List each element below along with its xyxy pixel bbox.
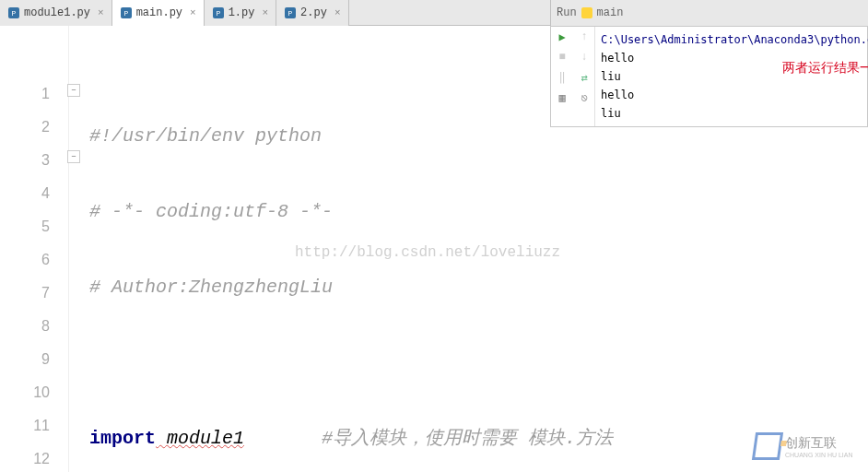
module-name: module1 <box>156 428 244 449</box>
fold-column: – – <box>69 26 84 472</box>
code-line: # Author:ZhengzhengLiu <box>89 277 333 298</box>
tab-module1[interactable]: P module1.py × <box>0 0 112 26</box>
svg-text:P: P <box>123 9 128 18</box>
output-line: liu <box>601 104 868 123</box>
run-panel-header: Run main <box>550 0 868 26</box>
output-line: hello <box>601 86 868 104</box>
keyword: import <box>89 428 156 449</box>
blog-watermark: http://blog.csdn.net/loveliuzz <box>295 244 560 261</box>
python-file-icon: P <box>212 6 225 19</box>
fold-icon[interactable]: – <box>67 150 80 163</box>
run-output[interactable]: C:\Users\Administrator\Anaconda3\python.… <box>595 27 868 126</box>
svg-rect-8 <box>581 7 592 18</box>
run-label: Run <box>557 6 577 19</box>
wrap-icon[interactable]: ⇄ <box>573 67 595 88</box>
svg-text:P: P <box>288 9 293 18</box>
run-output-panel: ▶ ↑ ■ ↓ ‖ ⇄ ▦ ⎋ C:\Users\Administrator\A… <box>550 26 868 127</box>
interpreter-path: C:\Users\Administrator\Anaconda3\python.… <box>601 30 868 49</box>
python-file-icon <box>581 6 593 19</box>
tab-main[interactable]: P main.py × <box>112 0 205 26</box>
tab-1py[interactable]: P 1.py × <box>205 0 276 26</box>
python-file-icon: P <box>284 6 297 19</box>
code-line: #!/usr/bin/env python <box>89 125 322 147</box>
layout-icon[interactable]: ▦ <box>551 88 573 108</box>
svg-text:P: P <box>12 9 17 18</box>
fold-icon[interactable]: – <box>67 84 80 97</box>
code-line: # -*- coding:utf-8 -*- <box>89 201 333 222</box>
step-down-icon[interactable]: ↓ <box>573 47 595 67</box>
tab-2py[interactable]: P 2.py × <box>276 0 348 26</box>
close-icon[interactable]: × <box>334 7 341 18</box>
stop-icon[interactable]: ■ <box>551 47 573 67</box>
pause-icon[interactable]: ‖ <box>551 67 573 88</box>
comment: #导入模块，使用时需要 模块.方法 <box>244 428 613 449</box>
annotation-note: 两者运行结果一致 <box>782 58 868 77</box>
tab-label: 2.py <box>300 6 327 19</box>
python-file-icon: P <box>120 6 133 19</box>
run-toolbar: ▶ ↑ ■ ↓ ‖ ⇄ ▦ ⎋ <box>551 27 595 126</box>
brand-logo-icon <box>752 432 783 460</box>
tab-label: 1.py <box>229 6 255 19</box>
editor-tabs: P module1.py × P main.py × P 1.py × P 2.… <box>0 0 349 26</box>
svg-text:P: P <box>216 9 220 18</box>
exit-icon[interactable]: ⎋ <box>573 88 595 108</box>
step-up-icon[interactable]: ↑ <box>573 27 595 47</box>
tab-label: main.py <box>136 6 182 19</box>
close-icon[interactable]: × <box>262 7 268 18</box>
python-file-icon: P <box>7 6 20 19</box>
brand-watermark: 创新互联 CHUANG XIN HU LIAN <box>754 424 864 468</box>
play-icon[interactable]: ▶ <box>551 27 573 47</box>
close-icon[interactable]: × <box>98 7 104 18</box>
brand-text-top: 创新互联 <box>785 435 853 452</box>
line-gutter: 1234 5678 9101112 <box>0 26 69 472</box>
brand-text-bot: CHUANG XIN HU LIAN <box>785 452 853 458</box>
close-icon[interactable]: × <box>190 7 196 18</box>
run-target: main <box>597 6 624 19</box>
tab-label: module1.py <box>24 6 90 19</box>
